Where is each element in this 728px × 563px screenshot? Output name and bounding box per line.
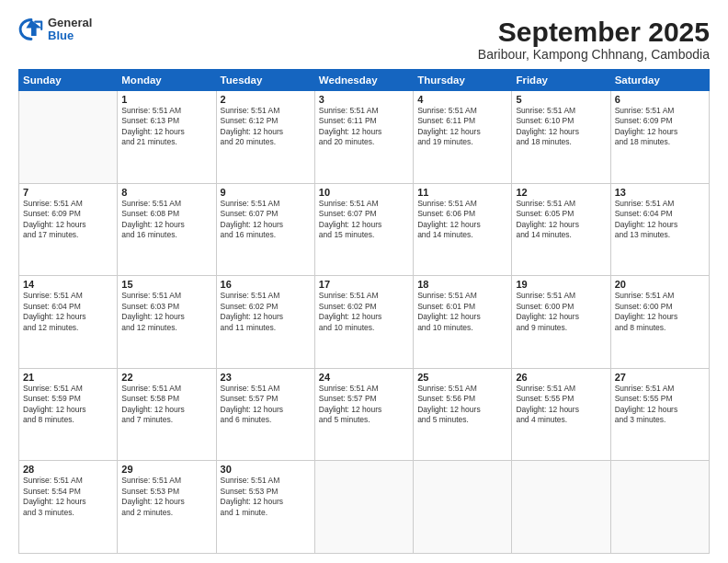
day-info-21: Sunrise: 5:51 AM Sunset: 5:59 PM Dayligh… [23,384,113,426]
day-info-19: Sunrise: 5:51 AM Sunset: 6:00 PM Dayligh… [516,291,606,333]
day-number-10: 10 [319,187,409,198]
day-info-1: Sunrise: 5:51 AM Sunset: 6:13 PM Dayligh… [121,106,211,148]
day-info-16: Sunrise: 5:51 AM Sunset: 6:02 PM Dayligh… [221,291,311,333]
calendar-header: Sunday Monday Tuesday Wednesday Thursday… [19,70,710,91]
day-number-1: 1 [121,94,211,105]
day-number-21: 21 [23,372,113,383]
day-info-22: Sunrise: 5:51 AM Sunset: 5:58 PM Dayligh… [121,384,211,426]
cell-w1-d1 [19,91,118,184]
header: General Blue September 2025 Baribour, Ka… [18,17,710,62]
day-info-18: Sunrise: 5:51 AM Sunset: 6:01 PM Dayligh… [417,291,507,333]
day-info-3: Sunrise: 5:51 AM Sunset: 6:11 PM Dayligh… [319,106,409,148]
day-info-7: Sunrise: 5:51 AM Sunset: 6:09 PM Dayligh… [23,199,113,241]
day-info-5: Sunrise: 5:51 AM Sunset: 6:10 PM Dayligh… [516,106,606,148]
cell-w5-d4 [314,461,413,554]
day-info-26: Sunrise: 5:51 AM Sunset: 5:55 PM Dayligh… [516,384,606,426]
day-info-20: Sunrise: 5:51 AM Sunset: 6:00 PM Dayligh… [615,291,705,333]
day-info-29: Sunrise: 5:51 AM Sunset: 5:53 PM Dayligh… [121,476,211,518]
day-info-25: Sunrise: 5:51 AM Sunset: 5:56 PM Dayligh… [417,384,507,426]
day-number-26: 26 [516,372,606,383]
day-number-29: 29 [121,464,211,475]
day-info-28: Sunrise: 5:51 AM Sunset: 5:54 PM Dayligh… [23,476,113,518]
cell-w2-d3: 9Sunrise: 5:51 AM Sunset: 6:07 PM Daylig… [216,183,314,276]
day-info-10: Sunrise: 5:51 AM Sunset: 6:07 PM Dayligh… [319,199,409,241]
day-number-18: 18 [417,279,507,290]
col-tuesday: Tuesday [216,70,314,91]
day-number-14: 14 [23,279,113,290]
cell-w4-d5: 25Sunrise: 5:51 AM Sunset: 5:56 PM Dayli… [414,368,512,461]
day-number-30: 30 [221,464,311,475]
cell-w1-d6: 5Sunrise: 5:51 AM Sunset: 6:10 PM Daylig… [512,91,610,184]
day-info-2: Sunrise: 5:51 AM Sunset: 6:12 PM Dayligh… [221,106,311,148]
day-number-3: 3 [319,94,409,105]
day-number-27: 27 [615,372,705,383]
day-number-16: 16 [221,279,311,290]
day-number-2: 2 [221,94,311,105]
cell-w3-d7: 20Sunrise: 5:51 AM Sunset: 6:00 PM Dayli… [610,276,709,369]
month-title: September 2025 [478,17,710,47]
day-number-17: 17 [319,279,409,290]
cell-w4-d1: 21Sunrise: 5:51 AM Sunset: 5:59 PM Dayli… [19,368,118,461]
logo: General Blue [18,17,92,43]
day-info-12: Sunrise: 5:51 AM Sunset: 6:05 PM Dayligh… [516,199,606,241]
logo-general-text: General [48,17,92,29]
cell-w3-d6: 19Sunrise: 5:51 AM Sunset: 6:00 PM Dayli… [512,276,610,369]
week-row-3: 14Sunrise: 5:51 AM Sunset: 6:04 PM Dayli… [19,276,710,369]
day-info-15: Sunrise: 5:51 AM Sunset: 6:03 PM Dayligh… [121,291,211,333]
cell-w4-d2: 22Sunrise: 5:51 AM Sunset: 5:58 PM Dayli… [118,368,216,461]
day-info-23: Sunrise: 5:51 AM Sunset: 5:57 PM Dayligh… [221,384,311,426]
calendar-body: 1Sunrise: 5:51 AM Sunset: 6:13 PM Daylig… [19,91,710,554]
day-number-13: 13 [615,187,705,198]
day-info-13: Sunrise: 5:51 AM Sunset: 6:04 PM Dayligh… [615,199,705,241]
day-number-15: 15 [121,279,211,290]
day-number-7: 7 [23,187,113,198]
cell-w2-d4: 10Sunrise: 5:51 AM Sunset: 6:07 PM Dayli… [314,183,413,276]
cell-w1-d2: 1Sunrise: 5:51 AM Sunset: 6:13 PM Daylig… [118,91,216,184]
day-info-24: Sunrise: 5:51 AM Sunset: 5:57 PM Dayligh… [319,384,409,426]
header-row: Sunday Monday Tuesday Wednesday Thursday… [19,70,710,91]
cell-w4-d4: 24Sunrise: 5:51 AM Sunset: 5:57 PM Dayli… [314,368,413,461]
day-number-9: 9 [221,187,311,198]
logo-text: General Blue [48,17,92,43]
col-saturday: Saturday [610,70,709,91]
location-title: Baribour, Kampong Chhnang, Cambodia [478,47,710,62]
logo-icon [18,17,44,42]
day-info-11: Sunrise: 5:51 AM Sunset: 6:06 PM Dayligh… [417,199,507,241]
day-info-17: Sunrise: 5:51 AM Sunset: 6:02 PM Dayligh… [319,291,409,333]
title-block: September 2025 Baribour, Kampong Chhnang… [478,17,710,62]
week-row-2: 7Sunrise: 5:51 AM Sunset: 6:09 PM Daylig… [19,183,710,276]
cell-w5-d2: 29Sunrise: 5:51 AM Sunset: 5:53 PM Dayli… [118,461,216,554]
col-friday: Friday [512,70,610,91]
day-info-14: Sunrise: 5:51 AM Sunset: 6:04 PM Dayligh… [23,291,113,333]
cell-w4-d7: 27Sunrise: 5:51 AM Sunset: 5:55 PM Dayli… [610,368,709,461]
col-wednesday: Wednesday [314,70,413,91]
cell-w2-d7: 13Sunrise: 5:51 AM Sunset: 6:04 PM Dayli… [610,183,709,276]
cell-w1-d5: 4Sunrise: 5:51 AM Sunset: 6:11 PM Daylig… [414,91,512,184]
cell-w2-d5: 11Sunrise: 5:51 AM Sunset: 6:06 PM Dayli… [414,183,512,276]
day-number-4: 4 [417,94,507,105]
col-thursday: Thursday [414,70,512,91]
day-info-27: Sunrise: 5:51 AM Sunset: 5:55 PM Dayligh… [615,384,705,426]
day-number-28: 28 [23,464,113,475]
day-number-12: 12 [516,187,606,198]
cell-w4-d3: 23Sunrise: 5:51 AM Sunset: 5:57 PM Dayli… [216,368,314,461]
week-row-4: 21Sunrise: 5:51 AM Sunset: 5:59 PM Dayli… [19,368,710,461]
cell-w2-d1: 7Sunrise: 5:51 AM Sunset: 6:09 PM Daylig… [19,183,118,276]
cell-w5-d7 [610,461,709,554]
day-number-20: 20 [615,279,705,290]
cell-w2-d6: 12Sunrise: 5:51 AM Sunset: 6:05 PM Dayli… [512,183,610,276]
day-number-23: 23 [221,372,311,383]
day-number-22: 22 [121,372,211,383]
day-info-9: Sunrise: 5:51 AM Sunset: 6:07 PM Dayligh… [221,199,311,241]
cell-w5-d3: 30Sunrise: 5:51 AM Sunset: 5:53 PM Dayli… [216,461,314,554]
week-row-1: 1Sunrise: 5:51 AM Sunset: 6:13 PM Daylig… [19,91,710,184]
day-info-6: Sunrise: 5:51 AM Sunset: 6:09 PM Dayligh… [615,106,705,148]
cell-w2-d2: 8Sunrise: 5:51 AM Sunset: 6:08 PM Daylig… [118,183,216,276]
cell-w4-d6: 26Sunrise: 5:51 AM Sunset: 5:55 PM Dayli… [512,368,610,461]
day-number-11: 11 [417,187,507,198]
cell-w3-d1: 14Sunrise: 5:51 AM Sunset: 6:04 PM Dayli… [19,276,118,369]
cell-w5-d5 [414,461,512,554]
cell-w5-d6 [512,461,610,554]
week-row-5: 28Sunrise: 5:51 AM Sunset: 5:54 PM Dayli… [19,461,710,554]
col-sunday: Sunday [19,70,118,91]
